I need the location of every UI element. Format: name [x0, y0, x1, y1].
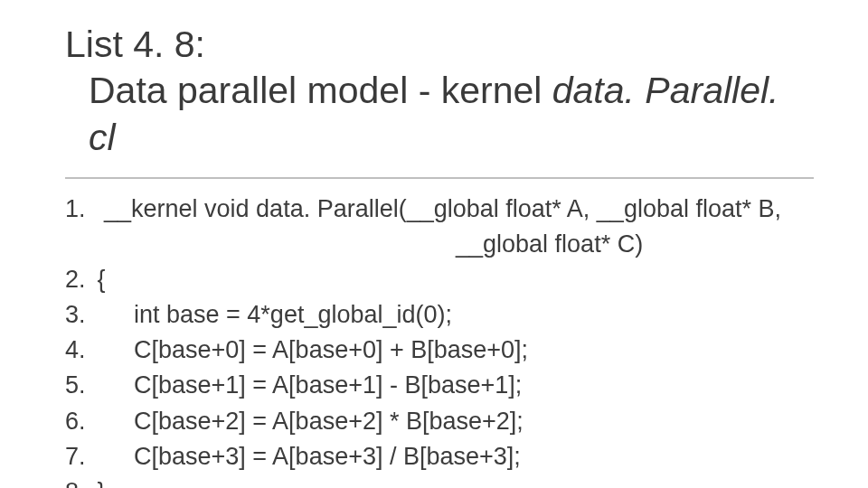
- code-line-6: 6.C[base+2] = A[base+2] * B[base+2];: [65, 404, 814, 439]
- code-line-3: 3.int base = 4*get_global_id(0);: [65, 297, 814, 333]
- code-line-4: 4.C[base+0] = A[base+0] + B[base+0];: [65, 333, 814, 368]
- title-divider: [65, 177, 814, 179]
- code-line-5: 5.C[base+1] = A[base+1] - B[base+1];: [65, 368, 814, 403]
- code-line-1b: __global float* C): [65, 227, 814, 262]
- code-line-2: 2. {: [65, 262, 814, 297]
- slide-title: List 4. 8: Data parallel model - kernel …: [65, 22, 814, 161]
- title-prefix: List 4. 8:: [65, 23, 205, 65]
- code-line-1: 1. __kernel void data. Parallel(__global…: [65, 192, 814, 227]
- title-line2-plain: Data parallel model - kernel: [89, 70, 552, 111]
- code-line-8: 8. }: [65, 474, 814, 488]
- code-listing: 1. __kernel void data. Parallel(__global…: [65, 192, 814, 488]
- code-line-7: 7.C[base+3] = A[base+3] / B[base+3];: [65, 439, 814, 474]
